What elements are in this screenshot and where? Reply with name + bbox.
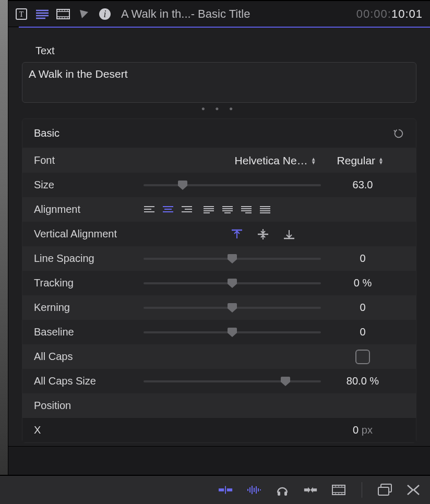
- font-style-dropdown[interactable]: Regular ▲▼: [337, 154, 384, 167]
- tracking-row: Tracking 0 %: [22, 271, 416, 295]
- basic-section-title: Basic: [34, 127, 59, 139]
- position-label: Position: [34, 400, 144, 412]
- svg-text:T: T: [19, 10, 24, 18]
- timeline-toolbar: [0, 475, 430, 504]
- svg-marker-65: [310, 487, 317, 493]
- svg-rect-76: [378, 487, 389, 495]
- timecode-dim: 00:00:: [356, 7, 391, 20]
- font-family-value: Helvetica Ne…: [235, 154, 308, 167]
- alignment-label: Alignment: [34, 203, 144, 215]
- size-value[interactable]: 63.0: [321, 179, 404, 191]
- font-label: Font: [34, 154, 144, 166]
- clip-title: A Walk in th...- Basic Title: [121, 7, 351, 21]
- position-row[interactable]: Position: [22, 393, 416, 418]
- viewer-thumbnail-strip: [0, 0, 8, 475]
- align-center-icon[interactable]: [162, 205, 174, 215]
- title-text-input[interactable]: A Walk in the Desert: [22, 62, 416, 103]
- kerning-value[interactable]: 0: [321, 302, 404, 314]
- all-caps-checkbox[interactable]: [355, 350, 370, 364]
- all-caps-size-label: All Caps Size: [34, 375, 144, 387]
- baseline-slider[interactable]: [144, 327, 321, 338]
- basic-property-rows: Font Helvetica Ne… ▲▼ Regular ▲▼: [22, 148, 416, 443]
- alignment-row: Alignment: [22, 197, 416, 222]
- justify-center-icon[interactable]: [222, 205, 233, 215]
- x-number: 0: [353, 424, 359, 436]
- position-x-label: X: [34, 424, 144, 436]
- paragraph-tab-icon[interactable]: [34, 6, 50, 22]
- stepper-icon: ▲▼: [311, 157, 316, 164]
- reset-icon[interactable]: [393, 128, 404, 139]
- position-x-row: X 0 px: [22, 418, 416, 442]
- timeline-index-icon[interactable]: [406, 483, 421, 497]
- all-caps-size-slider[interactable]: [144, 376, 321, 387]
- timecode-bright: 10:01: [391, 7, 423, 20]
- line-spacing-row: Line Spacing 0: [22, 246, 416, 271]
- size-label: Size: [34, 179, 144, 191]
- line-spacing-slider[interactable]: [144, 254, 321, 264]
- toolbar-separator: [362, 482, 362, 498]
- snapping-icon[interactable]: [303, 483, 318, 497]
- audio-skimming-icon[interactable]: [247, 483, 261, 497]
- position-x-value[interactable]: 0 px: [321, 424, 404, 436]
- vertical-alignment-row: Vertical Alignment: [22, 222, 416, 246]
- justify-full-icon[interactable]: [259, 205, 271, 215]
- align-right-icon[interactable]: [181, 205, 193, 215]
- svg-marker-64: [304, 487, 310, 493]
- svg-rect-54: [227, 488, 232, 491]
- align-left-icon[interactable]: [144, 205, 155, 215]
- kerning-label: Kerning: [34, 302, 144, 314]
- font-family-dropdown[interactable]: Helvetica Ne… ▲▼: [235, 154, 316, 167]
- svg-rect-62: [278, 491, 280, 496]
- tracking-value[interactable]: 0 %: [321, 277, 404, 289]
- font-style-value: Regular: [337, 154, 376, 167]
- generator-tab-icon[interactable]: [76, 6, 92, 22]
- vertical-alignment-label: Vertical Alignment: [34, 228, 144, 240]
- all-caps-size-row: All Caps Size 80.0 %: [22, 369, 416, 393]
- line-spacing-label: Line Spacing: [34, 253, 144, 265]
- size-row: Size 63.0: [22, 173, 416, 197]
- info-tab-icon[interactable]: i: [97, 6, 113, 22]
- timecode-display: 00:00:10:01: [356, 7, 423, 21]
- solo-icon[interactable]: [275, 483, 290, 497]
- font-row: Font Helvetica Ne… ▲▼ Regular ▲▼: [22, 148, 416, 173]
- tracking-slider[interactable]: [144, 278, 321, 289]
- baseline-value[interactable]: 0: [321, 326, 404, 338]
- all-caps-label: All Caps: [34, 351, 144, 363]
- tracking-label: Tracking: [34, 277, 144, 289]
- text-section-label: Text: [35, 45, 416, 57]
- inspector-content: Text A Walk in the Desert ● ● ● Basic Fo…: [8, 27, 430, 446]
- kerning-slider[interactable]: [144, 303, 321, 313]
- resize-handle-dots[interactable]: ● ● ●: [22, 105, 416, 112]
- inspector-tab-bar: T i A: [8, 0, 430, 27]
- kerning-row: Kerning 0: [22, 295, 416, 320]
- line-spacing-value[interactable]: 0: [321, 253, 404, 265]
- text-tab-icon[interactable]: T: [14, 6, 29, 22]
- justify-right-icon[interactable]: [241, 205, 252, 215]
- all-caps-row: All Caps: [22, 344, 416, 369]
- x-unit: px: [362, 424, 373, 436]
- stepper-icon: ▲▼: [378, 157, 384, 164]
- second-display-icon[interactable]: [378, 483, 392, 497]
- valign-top-icon[interactable]: [231, 229, 243, 240]
- all-caps-size-value[interactable]: 80.0 %: [321, 375, 404, 387]
- inspector-bottom-gap: [8, 446, 430, 475]
- basic-section-header[interactable]: Basic: [22, 118, 416, 148]
- size-slider[interactable]: [144, 180, 321, 190]
- filmstrip-icon[interactable]: [331, 483, 346, 497]
- baseline-label: Baseline: [34, 326, 144, 338]
- svg-marker-17: [80, 10, 88, 18]
- justify-left-icon[interactable]: [203, 205, 214, 215]
- svg-rect-52: [219, 488, 224, 491]
- skimming-icon[interactable]: [219, 483, 233, 497]
- svg-text:i: i: [103, 9, 106, 19]
- valign-bottom-icon[interactable]: [283, 229, 295, 240]
- baseline-row: Baseline 0: [22, 320, 416, 344]
- video-tab-icon[interactable]: [55, 6, 71, 22]
- valign-middle-icon[interactable]: [257, 229, 269, 240]
- svg-rect-63: [284, 491, 287, 496]
